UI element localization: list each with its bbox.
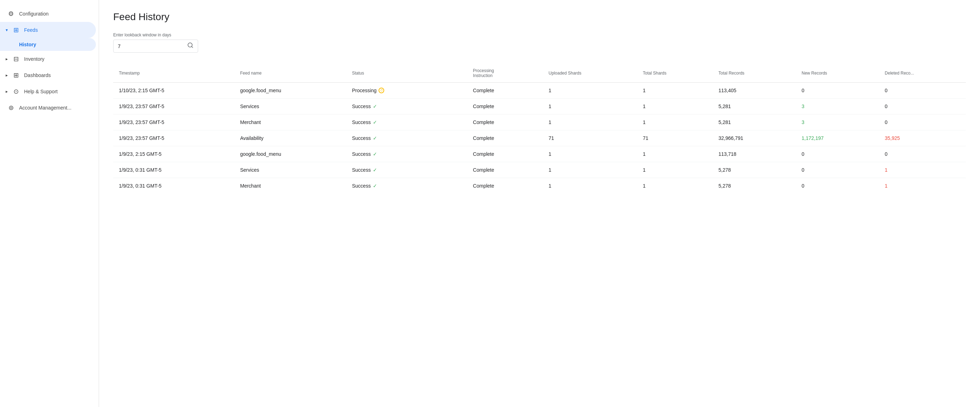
sidebar-item-inventory[interactable]: ▸ ⊟ Inventory — [0, 51, 96, 67]
cell-processing-instruction: Complete — [467, 114, 543, 130]
sidebar-subitem-history[interactable]: History — [0, 38, 96, 51]
sidebar-item-account-management[interactable]: ⊚ Account Management... — [0, 100, 96, 116]
cell-total-shards: 1 — [637, 162, 713, 178]
cell-timestamp: 1/9/23, 0:31 GMT-5 — [113, 162, 235, 178]
check-icon: ✓ — [373, 151, 377, 157]
cell-deleted-records: 0 — [879, 98, 966, 114]
dashboards-icon: ⊞ — [12, 71, 20, 79]
cell-new-records: 0 — [796, 162, 879, 178]
sidebar-item-configuration[interactable]: ⚙ Configuration — [0, 6, 96, 22]
cell-deleted-records: 0 — [879, 114, 966, 130]
cell-feedname: google.food_menu — [235, 146, 346, 162]
cell-uploaded-shards: 1 — [543, 98, 638, 114]
cell-deleted-records: 0 — [879, 146, 966, 162]
table-row: 1/10/23, 2:15 GMT-5google.food_menu Proc… — [113, 83, 966, 98]
check-icon: ✓ — [373, 183, 377, 188]
cell-feedname: Availability — [235, 130, 346, 146]
status-success: Success ✓ — [352, 183, 462, 188]
cell-total-shards: 1 — [637, 146, 713, 162]
status-success: Success ✓ — [352, 135, 462, 141]
cell-total-records: 113,405 — [713, 83, 796, 98]
sidebar-item-help-support[interactable]: ▸ ⊙ Help & Support — [0, 83, 96, 100]
table-row: 1/9/23, 2:15 GMT-5google.food_menu Succe… — [113, 146, 966, 162]
sidebar-item-dashboards[interactable]: ▸ ⊞ Dashboards — [0, 67, 96, 83]
col-header-total-shards: Total Shards — [637, 64, 713, 83]
chevron-down-icon: ▾ — [6, 28, 8, 33]
check-icon: ✓ — [373, 103, 377, 109]
cell-feedname: Services — [235, 162, 346, 178]
lookback-label: Enter lookback window in days — [113, 33, 966, 38]
cell-processing-instruction: Complete — [467, 178, 543, 194]
sidebar-item-label: Inventory — [24, 56, 45, 62]
cell-status: Processing ⏱ — [346, 83, 467, 98]
sidebar: ⚙ Configuration ▾ ⊞ Feeds History ▸ ⊟ In… — [0, 0, 99, 407]
col-header-status: Status — [346, 64, 467, 83]
cell-timestamp: 1/9/23, 23:57 GMT-5 — [113, 130, 235, 146]
check-icon: ✓ — [373, 135, 377, 141]
cell-total-records: 5,281 — [713, 98, 796, 114]
cell-total-shards: 71 — [637, 130, 713, 146]
cell-status: Success ✓ — [346, 114, 467, 130]
cell-status: Success ✓ — [346, 146, 467, 162]
deleted-records-value: 35,925 — [885, 135, 900, 141]
cell-uploaded-shards: 1 — [543, 114, 638, 130]
cell-new-records: 0 — [796, 83, 879, 98]
cell-uploaded-shards: 1 — [543, 178, 638, 194]
lookback-input-container — [113, 40, 198, 53]
cell-total-records: 113,718 — [713, 146, 796, 162]
chevron-right-icon: ▸ — [6, 89, 8, 94]
search-icon[interactable] — [187, 42, 194, 50]
chevron-right-icon: ▸ — [6, 73, 8, 78]
cell-total-shards: 1 — [637, 114, 713, 130]
sidebar-item-label: Help & Support — [24, 89, 58, 94]
cell-total-records: 5,278 — [713, 162, 796, 178]
cell-total-shards: 1 — [637, 83, 713, 98]
deleted-records-value: 1 — [885, 167, 888, 173]
cell-feedname: Merchant — [235, 178, 346, 194]
cell-new-records: 3 — [796, 114, 879, 130]
help-icon: ⊙ — [12, 88, 20, 95]
col-header-new-records: New Records — [796, 64, 879, 83]
table-row: 1/9/23, 0:31 GMT-5Services Success ✓ Com… — [113, 162, 966, 178]
feed-history-table: Timestamp Feed name Status ProcessingIns… — [113, 64, 966, 193]
status-success: Success ✓ — [352, 119, 462, 125]
sidebar-item-label: Configuration — [19, 11, 48, 17]
cell-total-records: 32,966,791 — [713, 130, 796, 146]
cell-timestamp: 1/9/23, 23:57 GMT-5 — [113, 114, 235, 130]
sidebar-item-feeds[interactable]: ▾ ⊞ Feeds — [0, 22, 96, 38]
cell-feedname: google.food_menu — [235, 83, 346, 98]
col-header-deleted-records: Deleted Reco... — [879, 64, 966, 83]
cell-status: Success ✓ — [346, 130, 467, 146]
cell-total-records: 5,278 — [713, 178, 796, 194]
lookback-input[interactable] — [118, 43, 187, 49]
cell-uploaded-shards: 71 — [543, 130, 638, 146]
cell-processing-instruction: Complete — [467, 146, 543, 162]
col-header-processing: ProcessingInstruction — [467, 64, 543, 83]
cell-timestamp: 1/9/23, 2:15 GMT-5 — [113, 146, 235, 162]
chevron-right-icon: ▸ — [6, 57, 8, 62]
sidebar-item-label: Account Management... — [19, 105, 72, 111]
cell-status: Success ✓ — [346, 98, 467, 114]
cell-deleted-records: 0 — [879, 83, 966, 98]
col-header-total-records: Total Records — [713, 64, 796, 83]
col-header-uploaded: Uploaded Shards — [543, 64, 638, 83]
check-icon: ✓ — [373, 167, 377, 173]
cell-new-records: 0 — [796, 178, 879, 194]
status-success: Success ✓ — [352, 103, 462, 109]
cell-processing-instruction: Complete — [467, 162, 543, 178]
table-row: 1/9/23, 23:57 GMT-5Merchant Success ✓ Co… — [113, 114, 966, 130]
lookback-section: Enter lookback window in days — [113, 33, 966, 53]
table-row: 1/9/23, 0:31 GMT-5Merchant Success ✓ Com… — [113, 178, 966, 194]
status-success: Success ✓ — [352, 167, 462, 173]
cell-uploaded-shards: 1 — [543, 162, 638, 178]
sidebar-item-label: Feeds — [24, 27, 38, 33]
cell-processing-instruction: Complete — [467, 83, 543, 98]
new-records-value: 3 — [802, 103, 805, 109]
status-success: Success ✓ — [352, 151, 462, 157]
cell-total-shards: 1 — [637, 98, 713, 114]
status-processing: Processing ⏱ — [352, 88, 462, 93]
col-header-feedname: Feed name — [235, 64, 346, 83]
cell-timestamp: 1/9/23, 23:57 GMT-5 — [113, 98, 235, 114]
cell-total-shards: 1 — [637, 178, 713, 194]
grid-icon: ⊞ — [12, 26, 20, 34]
